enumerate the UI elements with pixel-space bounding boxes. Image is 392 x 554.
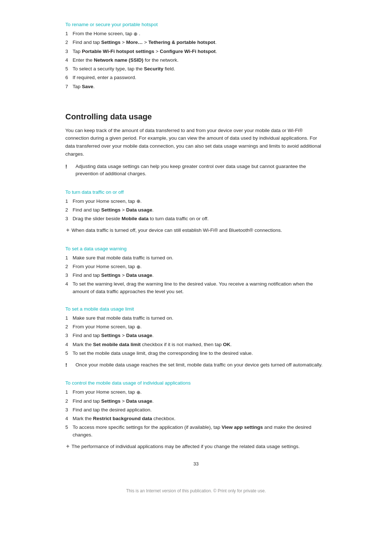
step-content: Make sure that mobile data traffic is tu… [73, 315, 327, 322]
note-wifi-bluetooth: ✦ When data traffic is turned off, your … [65, 227, 327, 234]
step-content: From the Home screen, tap ⊕ . [73, 30, 327, 37]
divider [65, 239, 327, 246]
step-content: Find and tap Settings > Data usage. [73, 398, 327, 405]
step-num: 7 [65, 83, 73, 90]
step-num: 2 [65, 206, 73, 214]
control-app-usage-heading: To control the mobile data usage of indi… [65, 380, 327, 386]
list-item: 3Tap Portable Wi-Fi hotspot settings > C… [65, 48, 327, 55]
list-item: 1From the Home screen, tap ⊕ . [65, 30, 327, 37]
app-icon: ⊕ [136, 198, 140, 205]
turn-data-traffic-steps: 1From your Home screen, tap ⊕. 2Find and… [65, 198, 327, 223]
step-content: To select a security type, tap the Secur… [73, 65, 327, 73]
list-item: 3Find and tap Settings > Data usage. [65, 332, 327, 339]
step-content: To set the mobile data usage limit, drag… [73, 350, 327, 357]
step-num: 2 [65, 398, 73, 405]
list-item: 2Find and tap Settings > Data usage. [65, 398, 327, 405]
list-item: 4To set the warning level, drag the warn… [65, 280, 327, 295]
step-content: Make sure that mobile data traffic is tu… [73, 254, 327, 262]
main-heading: Controlling data usage [65, 112, 327, 122]
note-text: The performance of individual applicatio… [72, 443, 300, 450]
page-container: To rename or secure your portable hotspo… [65, 0, 327, 554]
exclamation-icon: ! [65, 362, 73, 368]
step-content: Find and tap Settings > Data usage. [73, 332, 327, 339]
list-item: 2Find and tap Settings > More… > Tetheri… [65, 39, 327, 46]
rename-hotspot-heading: To rename or secure your portable hotspo… [65, 22, 327, 27]
list-item: 5To access more specific settings for th… [65, 424, 327, 439]
step-content: Mark the Restrict background data checkb… [73, 415, 327, 422]
step-content: Find and tap Settings > Data usage. [73, 272, 327, 279]
app-icon: ⊕ [136, 389, 140, 396]
list-item: 4Mark the Set mobile data limit checkbox… [65, 341, 327, 348]
divider [65, 374, 327, 380]
page-number: 33 [65, 461, 327, 467]
list-item: 2From your Home screen, tap ⊕. [65, 323, 327, 331]
step-content: From your Home screen, tap ⊕. [73, 198, 327, 205]
step-num: 5 [65, 350, 73, 357]
tip-icon: ✦ [65, 227, 70, 234]
list-item: 1From your Home screen, tap ⊕. [65, 389, 327, 396]
step-content: Tap Save. [73, 83, 327, 90]
note-adjusting: ! Adjusting data usage settings can help… [65, 163, 327, 178]
step-content: From your Home screen, tap ⊕. [73, 389, 327, 396]
list-item: 4Enter the Network name (SSID) for the n… [65, 57, 327, 64]
list-item: 1Make sure that mobile data traffic is t… [65, 254, 327, 262]
step-num: 4 [65, 57, 73, 64]
step-num: 1 [65, 315, 73, 322]
note-text: Once your mobile data usage reaches the … [75, 361, 323, 369]
list-item: 2From your Home screen, tap ⊕. [65, 263, 327, 270]
divider [65, 300, 327, 306]
step-num: 3 [65, 406, 73, 414]
step-num: 3 [65, 215, 73, 222]
exclamation-icon: ! [65, 163, 73, 169]
note-mobile-limit: ! Once your mobile data usage reaches th… [65, 361, 327, 369]
control-app-usage-section: To control the mobile data usage of indi… [65, 380, 327, 450]
rename-hotspot-section: To rename or secure your portable hotspo… [65, 22, 327, 90]
step-num: 3 [65, 332, 73, 339]
step-num: 4 [65, 280, 73, 295]
app-icon: ⊕ [136, 324, 140, 331]
list-item: 7Tap Save. [65, 83, 327, 90]
divider [65, 183, 327, 189]
step-num: 3 [65, 48, 73, 55]
step-content: Find and tap Settings > Data usage. [73, 206, 327, 214]
note-text: When data traffic is turned off, your de… [72, 227, 282, 234]
mobile-data-limit-steps: 1Make sure that mobile data traffic is t… [65, 315, 327, 357]
intro-text: You can keep track of the amount of data… [65, 127, 327, 158]
page-footer: This is an Internet version of this publ… [65, 488, 327, 493]
step-content: From your Home screen, tap ⊕. [73, 323, 327, 331]
step-num: 2 [65, 263, 73, 270]
mobile-data-limit-section: To set a mobile data usage limit 1Make s… [65, 306, 327, 369]
step-num: 2 [65, 39, 73, 46]
step-num: 3 [65, 272, 73, 279]
control-app-usage-steps: 1From your Home screen, tap ⊕. 2Find and… [65, 389, 327, 439]
list-item: 6If required, enter a password. [65, 74, 327, 81]
step-content: To set the warning level, drag the warni… [73, 280, 327, 295]
step-num: 1 [65, 389, 73, 396]
step-num: 5 [65, 424, 73, 439]
step-content: Tap Portable Wi-Fi hotspot settings > Co… [73, 48, 327, 55]
list-item: 5To select a security type, tap the Secu… [65, 65, 327, 73]
list-item: 1Make sure that mobile data traffic is t… [65, 315, 327, 322]
step-content: From your Home screen, tap ⊕. [73, 263, 327, 270]
step-num: 6 [65, 74, 73, 81]
divider [65, 95, 327, 101]
turn-data-traffic-heading: To turn data traffic on or off [65, 189, 327, 195]
list-item: 1From your Home screen, tap ⊕. [65, 198, 327, 205]
step-num: 4 [65, 341, 73, 348]
list-item: 2Find and tap Settings > Data usage. [65, 206, 327, 214]
step-content: Drag the slider beside Mobile data to tu… [73, 215, 327, 222]
step-num: 2 [65, 323, 73, 331]
step-content: Find and tap Settings > More… > Tetherin… [73, 39, 327, 46]
step-content: Enter the Network name (SSID) for the ne… [73, 57, 327, 64]
step-num: 1 [65, 254, 73, 262]
step-num: 1 [65, 198, 73, 205]
step-content: If required, enter a password. [73, 74, 327, 81]
rename-hotspot-steps: 1From the Home screen, tap ⊕ . 2Find and… [65, 30, 327, 90]
step-num: 5 [65, 65, 73, 73]
step-num: 4 [65, 415, 73, 422]
note-app-performance: ✦ The performance of individual applicat… [65, 443, 327, 450]
mobile-data-limit-heading: To set a mobile data usage limit [65, 306, 327, 312]
data-usage-warning-steps: 1Make sure that mobile data traffic is t… [65, 254, 327, 295]
list-item: 3Find and tap Settings > Data usage. [65, 272, 327, 279]
step-content: Mark the Set mobile data limit checkbox … [73, 341, 327, 348]
